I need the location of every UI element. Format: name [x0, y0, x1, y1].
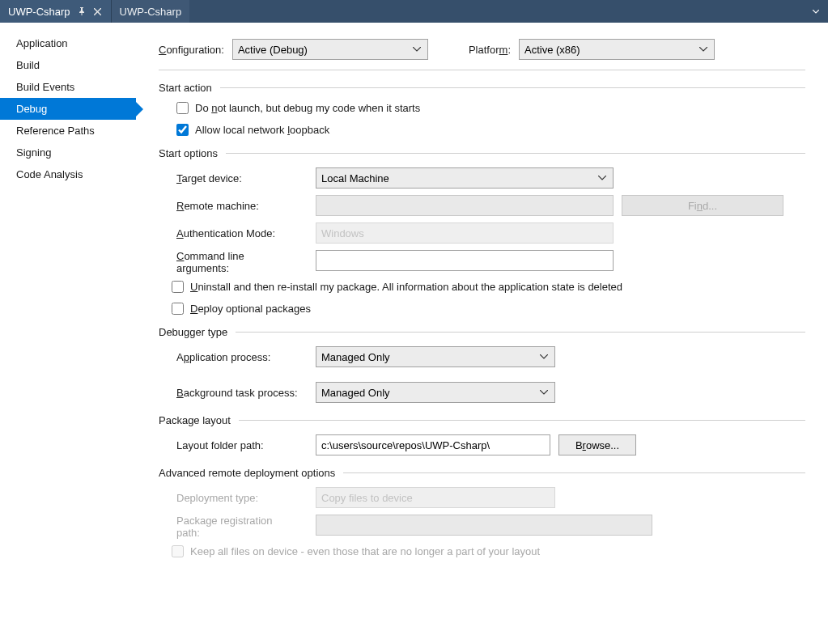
section-title: Start action — [159, 82, 212, 94]
layout-folder-input[interactable] — [316, 434, 550, 455]
configuration-select[interactable]: Active (Debug) — [232, 39, 428, 60]
bg-process-label: Background task process: — [176, 387, 316, 399]
app-process-select[interactable]: Managed Only — [316, 346, 555, 367]
sidebar-item-label: Debug — [16, 103, 47, 115]
pkg-reg-label: Package registrationpath: — [176, 515, 316, 539]
content-panel: Configuration: Active (Debug) Platform: … — [136, 23, 828, 644]
section-package-layout: Package layout — [159, 414, 805, 426]
deploy-optional-label[interactable]: Deploy optional packages — [190, 303, 311, 315]
deployment-type-label: Deployment type: — [176, 492, 316, 504]
tab-inactive-label: UWP-Csharp — [120, 6, 182, 18]
bg-process-select[interactable]: Managed Only — [316, 382, 555, 403]
section-title: Debugger type — [159, 326, 227, 338]
sidebar-item-build-events[interactable]: Build Events — [0, 76, 136, 98]
tab-dropdown-icon[interactable] — [809, 0, 823, 23]
target-device-select[interactable]: Local Machine — [316, 167, 614, 189]
platform-select[interactable]: Active (x86) — [519, 39, 715, 60]
sidebar: Application Build Build Events Debug Ref… — [0, 23, 136, 644]
remote-machine-input — [316, 195, 614, 216]
cmd-args-input[interactable] — [316, 250, 614, 271]
sidebar-item-application[interactable]: Application — [0, 32, 136, 54]
sidebar-item-reference-paths[interactable]: Reference Paths — [0, 120, 136, 142]
sidebar-item-code-analysis[interactable]: Code Analysis — [0, 163, 136, 185]
tab-bar: UWP-Csharp UWP-Csharp — [0, 0, 828, 23]
sidebar-item-label: Build — [16, 59, 40, 71]
pkg-reg-input — [316, 515, 652, 536]
dont-launch-label[interactable]: Do not launch, but debug my code when it… — [195, 102, 420, 114]
keep-files-checkbox — [172, 545, 184, 557]
deploy-optional-checkbox[interactable] — [172, 303, 184, 315]
target-device-label: Target device: — [176, 172, 316, 184]
section-title: Advanced remote deployment options — [159, 467, 335, 479]
find-button: Find... — [622, 195, 783, 216]
allow-loopback-checkbox[interactable] — [176, 124, 189, 136]
sidebar-item-label: Code Analysis — [16, 168, 83, 180]
section-advanced-remote: Advanced remote deployment options — [159, 467, 805, 479]
sidebar-item-label: Application — [16, 37, 68, 49]
close-icon[interactable] — [93, 6, 103, 16]
uninstall-checkbox[interactable] — [172, 281, 184, 293]
layout-folder-label: Layout folder path: — [176, 439, 316, 451]
deployment-type-select: Copy files to device — [316, 487, 555, 508]
section-start-action: Start action — [159, 82, 805, 94]
sidebar-item-build[interactable]: Build — [0, 54, 136, 76]
section-title: Package layout — [159, 414, 231, 426]
platform-label: Platform: — [469, 44, 511, 56]
sidebar-item-debug[interactable]: Debug — [0, 98, 136, 120]
keep-files-label: Keep all files on device - even those th… — [190, 545, 540, 557]
tab-active-label: UWP-Csharp — [8, 6, 70, 18]
section-title: Start options — [159, 147, 218, 159]
configuration-label: Configuration: — [159, 44, 224, 56]
sidebar-item-label: Reference Paths — [16, 125, 95, 137]
cmd-args-label: Command linearguments: — [176, 250, 316, 274]
allow-loopback-label[interactable]: Allow local network loopback — [195, 124, 329, 136]
browse-button[interactable]: Browse... — [558, 434, 636, 455]
dont-launch-checkbox[interactable] — [176, 102, 189, 114]
auth-mode-label: Authentication Mode: — [176, 227, 316, 239]
tab-active[interactable]: UWP-Csharp — [0, 0, 111, 23]
sidebar-item-label: Build Events — [16, 81, 74, 93]
uninstall-label[interactable]: Uninstall and then re-install my package… — [190, 281, 622, 293]
pin-icon[interactable] — [77, 6, 87, 16]
app-process-label: Application process: — [176, 351, 316, 363]
auth-mode-select: Windows — [316, 222, 614, 244]
sidebar-item-label: Signing — [16, 146, 51, 159]
sidebar-item-signing[interactable]: Signing — [0, 142, 136, 163]
tab-inactive[interactable]: UWP-Csharp — [111, 0, 190, 23]
divider — [159, 70, 805, 70]
section-start-options: Start options — [159, 147, 805, 159]
section-debugger-type: Debugger type — [159, 326, 805, 338]
remote-machine-label: Remote machine: — [176, 200, 316, 212]
